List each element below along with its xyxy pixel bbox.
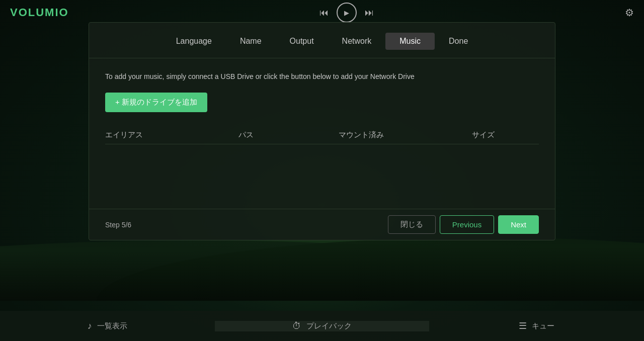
- add-drive-button[interactable]: + 新規のドライブを追加: [105, 93, 207, 112]
- bottombar: ♪ 一覧表示 ⏱ プレイバック ☰ キュー: [0, 311, 644, 341]
- add-drive-label: + 新規のドライブを追加: [115, 98, 197, 107]
- playback-icon: ⏱: [292, 321, 301, 331]
- tab-done[interactable]: Done: [435, 33, 482, 50]
- queue-section[interactable]: ♪ 一覧表示: [0, 321, 215, 331]
- table-header: エイリアス パス マウント済み サイズ: [105, 126, 539, 144]
- close-button[interactable]: 閉じる: [388, 215, 436, 234]
- playlist-icon: ☰: [519, 320, 527, 331]
- col-size: サイズ: [472, 130, 539, 140]
- settings-icon[interactable]: ⚙: [625, 7, 634, 19]
- tab-music[interactable]: Music: [385, 33, 435, 50]
- playlist-label: キュー: [532, 321, 554, 331]
- playlist-section[interactable]: ☰ キュー: [429, 320, 644, 331]
- tab-language[interactable]: Language: [162, 33, 226, 50]
- prev-track-button[interactable]: ⏮: [319, 8, 329, 18]
- footer-buttons: 閉じる Previous Next: [388, 215, 539, 234]
- topbar: VOLUMIO ⏮ ▶ ⏭ ⚙: [0, 0, 644, 25]
- modal-body: To add your music, simply connect a USB …: [89, 58, 555, 209]
- tab-output[interactable]: Output: [276, 33, 328, 50]
- col-alias: エイリアス: [105, 130, 238, 140]
- previous-button[interactable]: Previous: [440, 215, 494, 234]
- queue-label: 一覧表示: [97, 321, 127, 331]
- wizard-tabs: Language Name Output Network Music Done: [89, 23, 555, 58]
- logo-text: VOLUMIO: [10, 6, 69, 19]
- play-icon: ▶: [344, 9, 349, 17]
- modal-footer: Step 5/6 閉じる Previous Next: [89, 209, 555, 240]
- col-mounted: マウント済み: [339, 130, 472, 140]
- playback-section[interactable]: ⏱ プレイバック: [215, 321, 430, 331]
- queue-icon: ♪: [88, 321, 92, 331]
- next-track-button[interactable]: ⏭: [365, 8, 374, 18]
- tab-network[interactable]: Network: [328, 33, 386, 50]
- col-path: パス: [238, 130, 339, 140]
- next-button[interactable]: Next: [498, 215, 539, 234]
- tab-name[interactable]: Name: [226, 33, 276, 50]
- setup-modal: Language Name Output Network Music Done …: [89, 22, 555, 240]
- modal-description: To add your music, simply connect a USB …: [105, 72, 539, 80]
- playback-label: プレイバック: [306, 321, 352, 331]
- logo: VOLUMIO: [10, 6, 69, 19]
- play-button[interactable]: ▶: [337, 3, 357, 23]
- step-indicator: Step 5/6: [105, 221, 131, 229]
- player-controls: ⏮ ▶ ⏭: [319, 3, 374, 23]
